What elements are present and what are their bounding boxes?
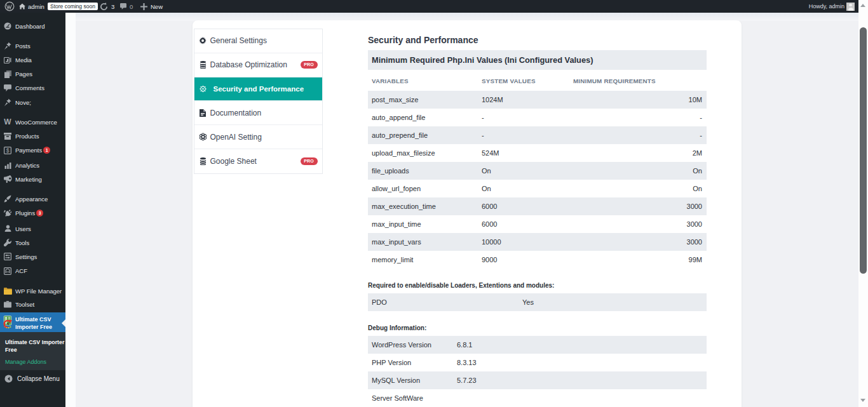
svg-text:$: $ <box>6 147 10 154</box>
